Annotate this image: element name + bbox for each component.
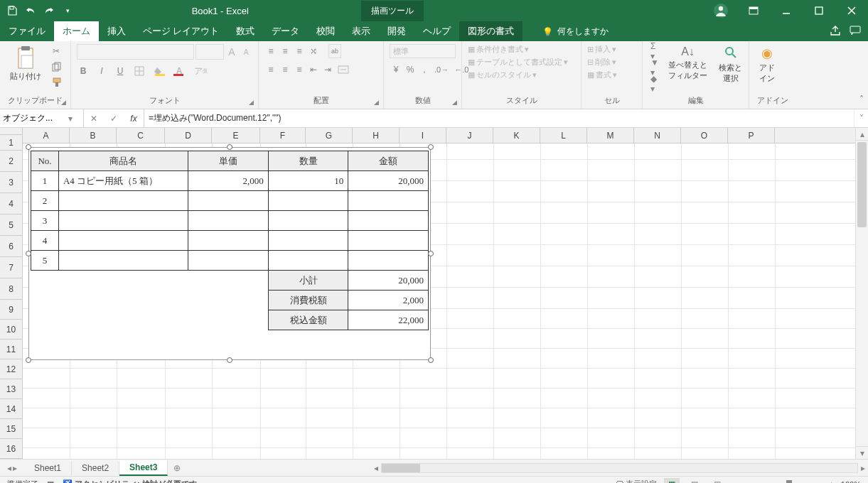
cut-icon[interactable]: ✂ [50, 44, 63, 58]
formula-input[interactable]: =埋め込み("Word.Document.12","") [144, 109, 854, 127]
row-header[interactable]: 7 [0, 257, 22, 278]
accessibility-status[interactable]: ♿ アクセシビリティ: 検討が必要です [63, 479, 197, 483]
macro-record-icon[interactable]: ▦ [47, 479, 54, 483]
align-middle-icon[interactable]: ≡ [279, 44, 291, 58]
tab-home[interactable]: ホーム [54, 21, 99, 41]
row-header[interactable]: 1 [0, 135, 22, 151]
sheet-tab-2[interactable]: Sheet2 [72, 461, 119, 475]
scroll-thumb[interactable] [382, 464, 420, 472]
select-all-cell[interactable] [0, 128, 23, 135]
font-name-combo[interactable] [77, 44, 194, 60]
zoom-out-button[interactable]: − [732, 480, 736, 484]
align-right-icon[interactable]: ≡ [293, 63, 306, 77]
tab-page-layout[interactable]: ページ レイアウト [134, 21, 227, 41]
fill-color-icon[interactable] [152, 64, 168, 78]
horizontal-scrollbar[interactable]: ◂ ▸ [371, 463, 868, 473]
row-header[interactable]: 16 [0, 439, 22, 459]
save-icon[interactable] [4, 3, 20, 18]
find-select-button[interactable]: 検索と 選択 [714, 44, 746, 85]
row-header[interactable]: 2 [0, 151, 22, 172]
merge-cells-icon[interactable] [336, 63, 351, 77]
column-header[interactable]: M [587, 128, 634, 143]
dialog-launcher-icon[interactable]: ◢ [61, 99, 66, 106]
dialog-launcher-icon[interactable]: ◢ [374, 99, 379, 106]
cell-styles-button[interactable]: ▦ セルのスタイル ▾ [468, 70, 537, 80]
align-center-icon[interactable]: ≡ [279, 63, 291, 77]
align-bottom-icon[interactable]: ≡ [293, 44, 306, 58]
minimize-button[interactable] [770, 0, 803, 21]
column-header[interactable]: A [23, 128, 70, 143]
scroll-thumb[interactable] [857, 142, 867, 227]
row-header[interactable]: 4 [0, 193, 22, 215]
tab-review[interactable]: 校閲 [308, 21, 343, 41]
chevron-down-icon[interactable]: ▾ [65, 114, 75, 124]
align-left-icon[interactable]: ≡ [264, 63, 277, 77]
format-cells-button[interactable]: ▦ 書式 ▾ [587, 70, 617, 80]
display-settings-button[interactable]: 🖵 表示設定 [616, 479, 657, 483]
tab-shape-format[interactable]: 図形の書式 [459, 21, 523, 41]
resize-handle[interactable] [428, 144, 434, 150]
font-size-combo[interactable] [195, 44, 224, 60]
sheet-tab-1[interactable]: Sheet1 [24, 461, 72, 475]
tab-formulas[interactable]: 数式 [227, 21, 263, 41]
normal-view-icon[interactable]: ▦ [664, 478, 680, 484]
resize-handle[interactable] [428, 251, 434, 256]
resize-handle[interactable] [26, 251, 31, 256]
clear-icon[interactable]: ◆ ▾ [648, 77, 661, 91]
fx-icon[interactable]: fx [124, 114, 144, 124]
conditional-formatting-button[interactable]: ▦ 条件付き書式 ▾ [468, 44, 529, 55]
embedded-word-object[interactable]: No. 商品名 単価 数量 金額 1 A4 コピー用紙（5 箱） 2,000 1… [28, 147, 431, 360]
sheet-nav-next-icon[interactable]: ▸ [13, 463, 17, 473]
tab-data[interactable]: データ [263, 21, 308, 41]
name-box[interactable]: ▾ [0, 109, 84, 127]
format-painter-icon[interactable] [50, 75, 64, 89]
resize-handle[interactable] [227, 357, 232, 363]
cells-grid[interactable]: No. 商品名 単価 数量 金額 1 A4 コピー用紙（5 箱） 2,000 1… [23, 143, 855, 459]
orientation-icon[interactable]: ⤭ [307, 44, 320, 58]
qat-customize-icon[interactable]: ▾ [60, 3, 75, 18]
zoom-level[interactable]: 100% [841, 480, 861, 484]
tab-file[interactable]: ファイル [0, 21, 54, 41]
column-header[interactable]: F [260, 128, 306, 143]
increase-indent-icon[interactable]: ⇥ [321, 63, 334, 77]
column-header[interactable]: B [70, 128, 117, 143]
sheet-tab-3[interactable]: Sheet3 [119, 460, 168, 476]
column-header[interactable]: J [446, 128, 493, 143]
italic-button[interactable]: I [95, 64, 108, 78]
tab-insert[interactable]: 挿入 [99, 21, 134, 41]
collapse-ribbon-icon[interactable]: ˄ [859, 94, 864, 104]
close-button[interactable] [835, 0, 868, 21]
insert-cells-button[interactable]: ⊞ 挿入 ▾ [587, 44, 616, 55]
fill-icon[interactable]: ▼ ▾ [648, 60, 661, 75]
addins-button[interactable]: ◉ アド イン [755, 44, 779, 85]
comments-icon[interactable] [850, 25, 861, 38]
sort-filter-button[interactable]: A↓ 並べ替えと フィルター [664, 44, 712, 82]
font-color-icon[interactable]: A [173, 64, 186, 78]
resize-handle[interactable] [428, 357, 434, 363]
autosum-icon[interactable]: Σ ▾ [648, 44, 661, 58]
row-header[interactable]: 6 [0, 236, 22, 257]
tab-view[interactable]: 表示 [343, 21, 379, 41]
align-top-icon[interactable]: ≡ [264, 44, 277, 58]
number-format-combo[interactable]: 標準 [390, 44, 456, 58]
format-as-table-button[interactable]: ▦ テーブルとして書式設定 ▾ [468, 57, 568, 67]
decrease-font-icon[interactable]: A [240, 45, 252, 59]
underline-button[interactable]: U [114, 64, 127, 78]
column-header[interactable]: P [728, 128, 775, 143]
bold-button[interactable]: B [77, 64, 90, 78]
row-header[interactable]: 12 [0, 359, 22, 379]
scroll-left-icon[interactable]: ◂ [374, 463, 378, 473]
new-sheet-button[interactable]: ⊕ [168, 463, 186, 473]
row-header[interactable]: 8 [0, 278, 22, 300]
column-header[interactable]: N [634, 128, 681, 143]
row-header[interactable]: 14 [0, 399, 22, 419]
undo-icon[interactable] [23, 3, 38, 18]
percent-format-icon[interactable]: % [404, 63, 417, 77]
share-icon[interactable] [830, 25, 841, 38]
page-layout-view-icon[interactable]: ▤ [687, 478, 702, 484]
decrease-indent-icon[interactable]: ⇤ [307, 63, 320, 77]
column-header[interactable]: I [400, 128, 446, 143]
cancel-formula-icon[interactable]: ✕ [84, 114, 104, 124]
sheet-nav-prev-icon[interactable]: ◂ [7, 463, 11, 473]
maximize-button[interactable] [803, 0, 835, 21]
